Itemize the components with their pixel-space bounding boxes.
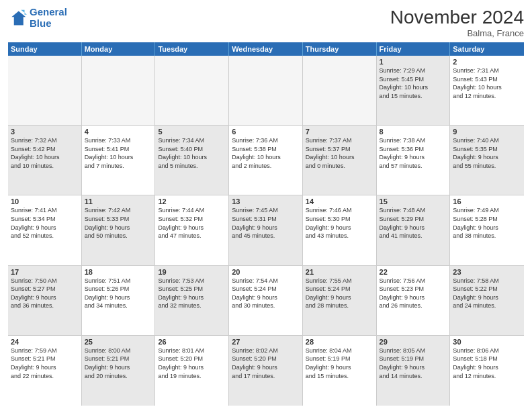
calendar-cell: 4Sunrise: 7:33 AMSunset: 5:41 PMDaylight… (82, 126, 156, 195)
day-info: Sunrise: 7:42 AMSunset: 5:33 PMDaylight:… (85, 206, 152, 240)
calendar-body: 1Sunrise: 7:29 AMSunset: 5:45 PMDaylight… (8, 56, 524, 406)
calendar-cell: 26Sunrise: 8:01 AMSunset: 5:20 PMDayligh… (155, 336, 229, 406)
calendar-cell: 5Sunrise: 7:34 AMSunset: 5:40 PMDaylight… (155, 126, 229, 195)
calendar-week-2: 3Sunrise: 7:32 AMSunset: 5:42 PMDaylight… (8, 126, 524, 195)
day-number: 20 (232, 268, 300, 276)
calendar-cell: 21Sunrise: 7:55 AMSunset: 5:24 PMDayligh… (303, 266, 377, 335)
calendar-cell: 14Sunrise: 7:46 AMSunset: 5:30 PMDayligh… (303, 195, 377, 265)
day-number: 6 (232, 128, 300, 136)
day-number: 12 (158, 197, 226, 205)
calendar-cell (303, 56, 377, 125)
calendar-cell: 25Sunrise: 8:00 AMSunset: 5:21 PMDayligh… (82, 336, 156, 406)
day-number: 2 (453, 58, 521, 66)
day-number: 1 (380, 58, 447, 66)
header: General Blue November 2024 Balma, France (8, 7, 524, 38)
header-day-monday: Monday (82, 42, 156, 56)
day-number: 3 (11, 128, 79, 136)
calendar-cell: 24Sunrise: 7:59 AMSunset: 5:21 PMDayligh… (8, 336, 82, 406)
calendar-cell: 2Sunrise: 7:31 AMSunset: 5:43 PMDaylight… (450, 56, 524, 125)
calendar-cell: 12Sunrise: 7:44 AMSunset: 5:32 PMDayligh… (155, 195, 229, 265)
day-number: 22 (380, 268, 447, 276)
day-info: Sunrise: 7:32 AMSunset: 5:42 PMDaylight:… (11, 136, 79, 170)
day-number: 13 (232, 197, 300, 205)
header-day-sunday: Sunday (8, 42, 82, 56)
day-number: 27 (232, 338, 300, 346)
day-info: Sunrise: 7:33 AMSunset: 5:41 PMDaylight:… (85, 136, 152, 170)
day-info: Sunrise: 8:06 AMSunset: 5:18 PMDaylight:… (453, 347, 521, 380)
day-number: 24 (11, 338, 79, 346)
day-number: 17 (11, 268, 79, 276)
location: Balma, France (390, 28, 524, 38)
calendar-cell: 29Sunrise: 8:05 AMSunset: 5:19 PMDayligh… (377, 336, 451, 406)
month-title: November 2024 (390, 7, 524, 28)
day-number: 19 (158, 268, 226, 276)
calendar-cell: 28Sunrise: 8:04 AMSunset: 5:19 PMDayligh… (303, 336, 377, 406)
day-number: 14 (306, 197, 373, 205)
day-number: 21 (306, 268, 373, 276)
day-number: 11 (85, 197, 152, 205)
day-number: 16 (453, 197, 521, 205)
day-number: 25 (85, 338, 152, 346)
day-info: Sunrise: 7:44 AMSunset: 5:32 PMDaylight:… (158, 206, 226, 240)
day-info: Sunrise: 7:37 AMSunset: 5:37 PMDaylight:… (306, 136, 373, 170)
title-block: November 2024 Balma, France (390, 7, 524, 38)
logo: General Blue (8, 7, 67, 29)
day-info: Sunrise: 7:53 AMSunset: 5:25 PMDaylight:… (158, 277, 226, 310)
calendar-cell: 11Sunrise: 7:42 AMSunset: 5:33 PMDayligh… (82, 195, 156, 265)
svg-marker-0 (11, 11, 26, 25)
day-info: Sunrise: 7:41 AMSunset: 5:34 PMDaylight:… (11, 206, 79, 240)
day-number: 10 (11, 197, 79, 205)
logo-icon (8, 9, 27, 28)
day-info: Sunrise: 7:46 AMSunset: 5:30 PMDaylight:… (306, 206, 373, 240)
calendar-cell: 3Sunrise: 7:32 AMSunset: 5:42 PMDaylight… (8, 126, 82, 195)
day-info: Sunrise: 7:45 AMSunset: 5:31 PMDaylight:… (232, 206, 300, 240)
calendar-cell (229, 56, 303, 125)
calendar-cell: 7Sunrise: 7:37 AMSunset: 5:37 PMDaylight… (303, 126, 377, 195)
day-info: Sunrise: 7:38 AMSunset: 5:36 PMDaylight:… (380, 136, 447, 170)
calendar-cell: 16Sunrise: 7:49 AMSunset: 5:28 PMDayligh… (450, 195, 524, 265)
calendar-week-4: 17Sunrise: 7:50 AMSunset: 5:27 PMDayligh… (8, 266, 524, 336)
day-number: 30 (453, 338, 521, 346)
header-day-tuesday: Tuesday (155, 42, 229, 56)
day-info: Sunrise: 7:58 AMSunset: 5:22 PMDaylight:… (453, 277, 521, 310)
day-number: 26 (158, 338, 226, 346)
calendar-cell: 22Sunrise: 7:56 AMSunset: 5:23 PMDayligh… (377, 266, 451, 335)
day-info: Sunrise: 7:54 AMSunset: 5:24 PMDaylight:… (232, 277, 300, 310)
day-number: 4 (85, 128, 152, 136)
day-info: Sunrise: 8:02 AMSunset: 5:20 PMDaylight:… (232, 347, 300, 380)
day-info: Sunrise: 7:29 AMSunset: 5:45 PMDaylight:… (380, 66, 447, 100)
day-info: Sunrise: 7:51 AMSunset: 5:26 PMDaylight:… (85, 277, 152, 310)
day-number: 15 (380, 197, 447, 205)
calendar-cell: 23Sunrise: 7:58 AMSunset: 5:22 PMDayligh… (450, 266, 524, 335)
calendar-cell: 30Sunrise: 8:06 AMSunset: 5:18 PMDayligh… (450, 336, 524, 406)
day-info: Sunrise: 8:05 AMSunset: 5:19 PMDaylight:… (380, 347, 447, 380)
calendar-cell: 27Sunrise: 8:02 AMSunset: 5:20 PMDayligh… (229, 336, 303, 406)
day-info: Sunrise: 7:59 AMSunset: 5:21 PMDaylight:… (11, 347, 79, 380)
day-info: Sunrise: 8:04 AMSunset: 5:19 PMDaylight:… (306, 347, 373, 380)
page: General Blue November 2024 Balma, France… (0, 0, 532, 411)
calendar-week-1: 1Sunrise: 7:29 AMSunset: 5:45 PMDaylight… (8, 56, 524, 126)
calendar-cell (155, 56, 229, 125)
day-info: Sunrise: 7:55 AMSunset: 5:24 PMDaylight:… (306, 277, 373, 310)
calendar-cell: 9Sunrise: 7:40 AMSunset: 5:35 PMDaylight… (450, 126, 524, 195)
day-number: 29 (380, 338, 447, 346)
calendar-cell: 17Sunrise: 7:50 AMSunset: 5:27 PMDayligh… (8, 266, 82, 335)
day-info: Sunrise: 7:36 AMSunset: 5:38 PMDaylight:… (232, 136, 300, 170)
header-day-friday: Friday (377, 42, 451, 56)
logo-text: General Blue (30, 7, 67, 29)
calendar-cell: 13Sunrise: 7:45 AMSunset: 5:31 PMDayligh… (229, 195, 303, 265)
header-day-saturday: Saturday (450, 42, 524, 56)
day-info: Sunrise: 7:34 AMSunset: 5:40 PMDaylight:… (158, 136, 226, 170)
calendar-cell: 20Sunrise: 7:54 AMSunset: 5:24 PMDayligh… (229, 266, 303, 335)
calendar-cell: 15Sunrise: 7:48 AMSunset: 5:29 PMDayligh… (377, 195, 451, 265)
day-info: Sunrise: 7:31 AMSunset: 5:43 PMDaylight:… (453, 66, 521, 100)
day-info: Sunrise: 7:40 AMSunset: 5:35 PMDaylight:… (453, 136, 521, 170)
day-number: 28 (306, 338, 373, 346)
calendar-cell (82, 56, 156, 125)
day-number: 9 (453, 128, 521, 136)
day-number: 23 (453, 268, 521, 276)
calendar-cell: 6Sunrise: 7:36 AMSunset: 5:38 PMDaylight… (229, 126, 303, 195)
calendar-header: SundayMondayTuesdayWednesdayThursdayFrid… (8, 42, 524, 56)
calendar-cell: 8Sunrise: 7:38 AMSunset: 5:36 PMDaylight… (377, 126, 451, 195)
day-info: Sunrise: 8:01 AMSunset: 5:20 PMDaylight:… (158, 347, 226, 380)
